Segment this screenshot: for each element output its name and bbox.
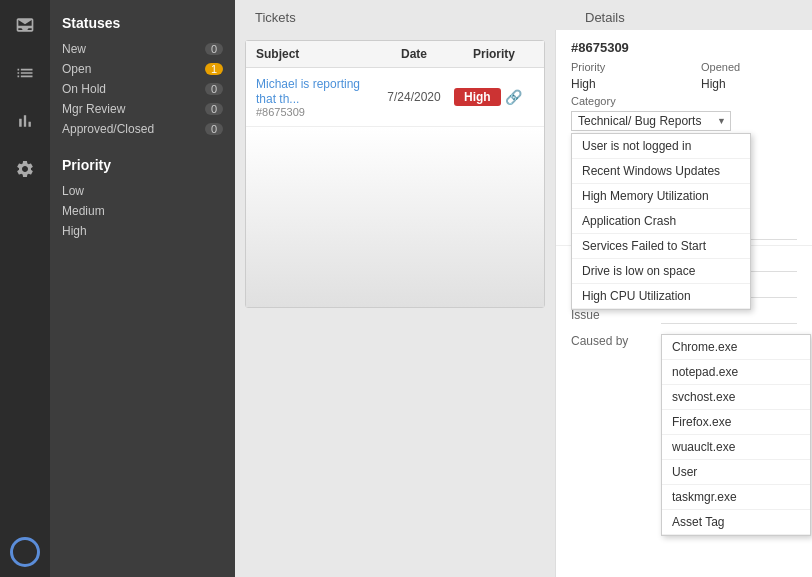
status-label-open: Open — [62, 62, 91, 76]
dropdown-item-6[interactable]: High CPU Utilization — [572, 284, 750, 309]
tickets-table: Subject Date Priority Michael is reporti… — [245, 40, 545, 308]
caused-by-field: Caused by Chrome.exe notepad.exe svchost… — [571, 334, 797, 348]
dropdown-item-4[interactable]: Services Failed to Start — [572, 234, 750, 259]
dropdown-item-1[interactable]: Recent Windows Updates — [572, 159, 750, 184]
caused-by-item-1[interactable]: notepad.exe — [662, 360, 810, 385]
caused-by-field-label: Caused by — [571, 334, 661, 348]
col-priority-header: Priority — [454, 47, 534, 61]
priority-section: Priority Low Medium High — [62, 157, 223, 241]
status-count-mgrreview: 0 — [205, 103, 223, 115]
priority-medium[interactable]: Medium — [62, 201, 223, 221]
caused-by-item-7[interactable]: Asset Tag — [662, 510, 810, 535]
link-icon[interactable]: 🔗 — [505, 89, 522, 105]
priority-field-label: Priority — [571, 61, 691, 73]
status-count-new: 0 — [205, 43, 223, 55]
ticket-id: #8675309 — [256, 106, 374, 118]
main-content: Tickets Details Subject Date Priority Mi… — [235, 0, 812, 577]
ticket-subject-cell: Michael is reporting that th... #8675309 — [256, 76, 374, 118]
details-section-label: Details — [570, 5, 797, 30]
status-item-approved[interactable]: Approved/Closed 0 — [62, 119, 223, 139]
category-dropdown-wrapper: Technical/ Bug Reports User is not logge… — [571, 111, 691, 131]
table-empty-area — [246, 127, 544, 307]
table-header: Subject Date Priority — [246, 41, 544, 68]
category-right-label — [701, 95, 740, 107]
caused-by-item-0[interactable]: Chrome.exe — [662, 335, 810, 360]
caused-by-item-3[interactable]: Firefox.exe — [662, 410, 810, 435]
status-label-onhold: On Hold — [62, 82, 106, 96]
opened-field-value: High — [701, 77, 740, 91]
caused-by-item-4[interactable]: wuauclt.exe — [662, 435, 810, 460]
dropdown-item-3[interactable]: Application Crash — [572, 209, 750, 234]
table-row: Michael is reporting that th... #8675309… — [246, 68, 544, 127]
caused-by-dropdown-menu: Chrome.exe notepad.exe svchost.exe Firef… — [661, 334, 811, 536]
priority-high[interactable]: High — [62, 221, 223, 241]
priority-title: Priority — [62, 157, 223, 173]
details-header: #8675309 Priority Opened High High Categ… — [556, 30, 812, 246]
status-item-mgrreview[interactable]: Mgr Review 0 — [62, 99, 223, 119]
left-panel: Statuses New 0 Open 1 On Hold 0 Mgr Revi… — [50, 0, 235, 577]
inbox-icon[interactable] — [10, 10, 40, 40]
dropdown-item-2[interactable]: High Memory Utilization — [572, 184, 750, 209]
status-count-onhold: 0 — [205, 83, 223, 95]
gear-icon[interactable] — [10, 154, 40, 184]
col-date-header: Date — [374, 47, 454, 61]
dropdown-item-0[interactable]: User is not logged in — [572, 134, 750, 159]
sidebar — [0, 0, 50, 577]
dropdown-item-5[interactable]: Drive is low on space — [572, 259, 750, 284]
issue-field-label: Issue — [571, 308, 661, 322]
caused-by-item-6[interactable]: taskmgr.exe — [662, 485, 810, 510]
details-left: #8675309 Priority Opened High High Categ… — [571, 40, 740, 203]
priority-badge-high[interactable]: High — [454, 88, 501, 106]
status-item-open[interactable]: Open 1 — [62, 59, 223, 79]
issue-field: Issue — [571, 308, 797, 324]
pane-container: Subject Date Priority Michael is reporti… — [235, 30, 812, 577]
ticket-subject-link[interactable]: Michael is reporting that th... — [256, 77, 360, 106]
tickets-pane: Subject Date Priority Michael is reporti… — [235, 30, 555, 577]
category-field-label: Category — [571, 95, 691, 107]
tickets-section-label: Tickets — [250, 5, 570, 30]
caused-by-item-5[interactable]: User — [662, 460, 810, 485]
pane-labels: Tickets Details — [235, 0, 812, 30]
opened-field-label: Opened — [701, 61, 740, 73]
statuses-title: Statuses — [62, 15, 223, 31]
priority-field-value: High — [571, 77, 691, 91]
progress-indicator — [10, 537, 40, 567]
ticket-date: 7/24/2020 — [374, 90, 454, 104]
status-item-onhold[interactable]: On Hold 0 — [62, 79, 223, 99]
list-icon[interactable] — [10, 58, 40, 88]
status-label-approved: Approved/Closed — [62, 122, 154, 136]
col-subject-header: Subject — [256, 47, 374, 61]
ticket-priority-cell: High 🔗 — [454, 88, 534, 106]
details-pane: #8675309 Priority Opened High High Categ… — [555, 30, 812, 577]
status-item-new[interactable]: New 0 — [62, 39, 223, 59]
status-label-mgrreview: Mgr Review — [62, 102, 125, 116]
category-dropdown-button[interactable]: Technical/ Bug Reports — [571, 111, 731, 131]
status-label-new: New — [62, 42, 86, 56]
ticket-number: #8675309 — [571, 40, 740, 55]
priority-low[interactable]: Low — [62, 181, 223, 201]
status-count-approved: 0 — [205, 123, 223, 135]
chart-icon[interactable] — [10, 106, 40, 136]
caused-by-item-2[interactable]: svchost.exe — [662, 385, 810, 410]
status-count-open: 1 — [205, 63, 223, 75]
issue-field-value — [661, 308, 797, 324]
category-dropdown-menu: User is not logged in Recent Windows Upd… — [571, 133, 751, 310]
